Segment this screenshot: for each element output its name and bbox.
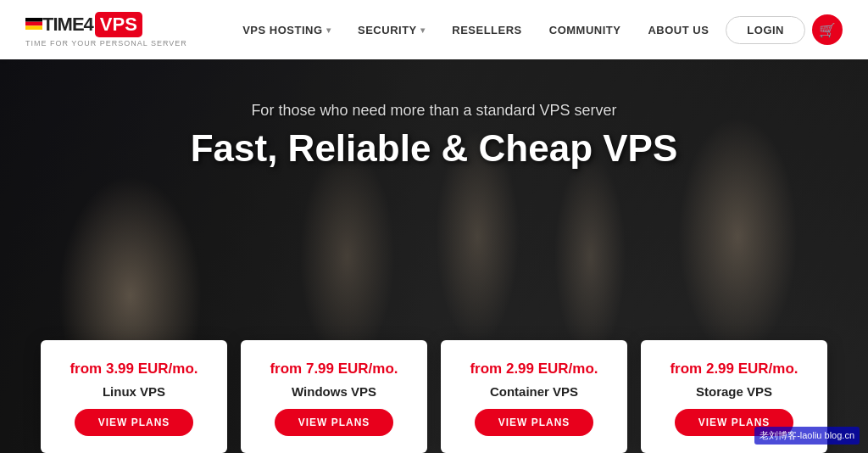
nav-item-about-us[interactable]: ABOUT US [637, 17, 719, 43]
svg-rect-2 [25, 25, 42, 30]
price-from-windows: from 7.99 EUR/mo. [270, 361, 398, 378]
header: TIME4 VPS TIME FOR YOUR PERSONAL SERVER … [0, 0, 868, 59]
cart-icon: 🛒 [819, 22, 836, 38]
price-name-container: Container VPS [490, 384, 578, 399]
svg-rect-0 [25, 18, 42, 22]
view-plans-linux-button[interactable]: VIEW PLANS [75, 409, 194, 436]
price-from-storage: from 2.99 EUR/mo. [670, 361, 798, 378]
pricing-card-container: from 2.99 EUR/mo. Container VPS VIEW PLA… [441, 340, 627, 453]
logo-area: TIME4 VPS TIME FOR YOUR PERSONAL SERVER [25, 12, 187, 48]
price-from-linux: from 3.99 EUR/mo. [70, 361, 198, 378]
price-name-windows: Windows VPS [292, 384, 376, 399]
nav-item-security[interactable]: SECURITY ▾ [348, 17, 435, 43]
svg-rect-1 [25, 22, 42, 26]
logo-tagline: TIME FOR YOUR PERSONAL SERVER [25, 39, 187, 48]
logo-vps-text: VPS [95, 12, 142, 37]
hero-title: Fast, Reliable & Cheap VPS [191, 128, 678, 169]
logo-time4-text: TIME4 [42, 14, 93, 36]
main-nav: VPS HOSTING ▾ SECURITY ▾ RESELLERS COMMU… [232, 14, 843, 45]
pricing-cards-row: from 3.99 EUR/mo. Linux VPS VIEW PLANS f… [0, 340, 868, 453]
chevron-down-icon: ▾ [420, 25, 426, 35]
hero-subtitle: For those who need more than a standard … [251, 102, 616, 120]
nav-item-resellers[interactable]: RESELLERS [442, 17, 532, 43]
price-from-container: from 2.99 EUR/mo. [470, 361, 598, 378]
chevron-down-icon: ▾ [326, 25, 331, 35]
hero-content: For those who need more than a standard … [0, 102, 868, 169]
watermark: 老刘博客-laoliu blog.cn [754, 427, 860, 445]
view-plans-container-button[interactable]: VIEW PLANS [475, 409, 594, 436]
hero-section: For those who need more than a standard … [0, 59, 868, 453]
view-plans-windows-button[interactable]: VIEW PLANS [275, 409, 394, 436]
cart-button[interactable]: 🛒 [812, 14, 843, 45]
login-button[interactable]: LOGIN [726, 16, 805, 44]
pricing-card-linux: from 3.99 EUR/mo. Linux VPS VIEW PLANS [41, 340, 227, 453]
nav-item-vps-hosting[interactable]: VPS HOSTING ▾ [232, 17, 341, 43]
nav-item-community[interactable]: COMMUNITY [539, 17, 632, 43]
price-name-storage: Storage VPS [696, 384, 772, 399]
price-name-linux: Linux VPS [103, 384, 165, 399]
german-flag-icon [25, 18, 42, 30]
pricing-card-windows: from 7.99 EUR/mo. Windows VPS VIEW PLANS [241, 340, 427, 453]
